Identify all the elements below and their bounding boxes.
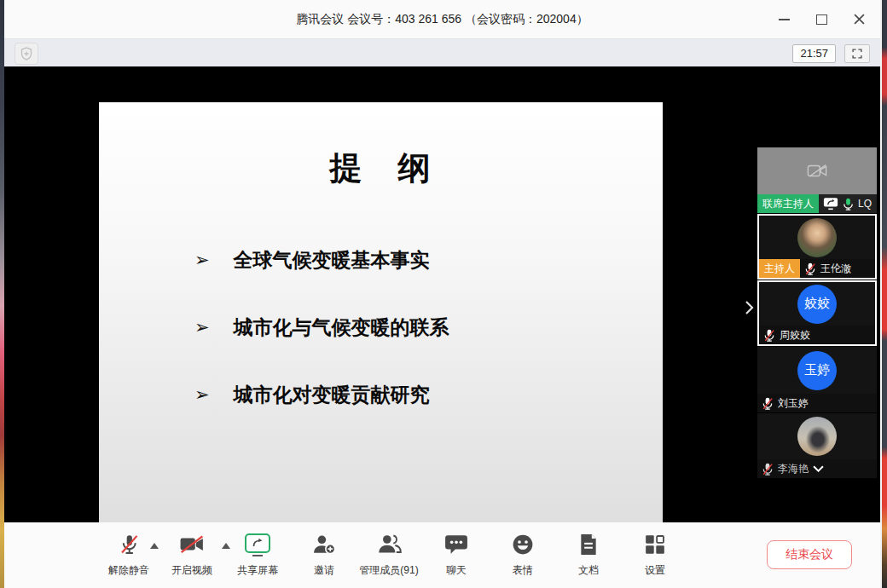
toolbar-label: 解除静音 — [108, 563, 149, 578]
toolbar-label: 聊天 — [446, 563, 467, 578]
participant-name: 王伦澈 — [820, 259, 851, 278]
mic-muted-icon — [118, 533, 141, 556]
fullscreen-icon — [851, 48, 863, 60]
participants-panel: 联席主持人 LQ — [757, 147, 877, 479]
participant-tile-lq[interactable]: 联席主持人 LQ — [757, 147, 877, 213]
avatar-initials: 姣姣 — [797, 285, 837, 324]
slide-bullet-2: ➢ 城市化与气候变暖的联系 — [194, 314, 663, 341]
avatar-photo — [797, 218, 837, 257]
participant-name: 周姣姣 — [780, 326, 810, 344]
video-area — [757, 413, 877, 459]
chevron-right-icon — [745, 300, 754, 315]
mic-muted-icon — [804, 262, 816, 275]
participant-status-icons — [757, 394, 778, 412]
participant-tile-lihaiyan[interactable]: 李海艳 — [757, 413, 877, 478]
mic-muted-icon — [763, 329, 775, 342]
video-area: 玉婷 — [757, 347, 877, 394]
fullscreen-button[interactable] — [844, 44, 870, 63]
video-options-caret[interactable] — [222, 543, 230, 549]
participant-label: 周姣姣 — [759, 326, 875, 344]
cohost-badge: 联席主持人 — [757, 194, 819, 213]
participant-label: 主持人 王伦澈 — [759, 259, 875, 278]
mic-active-icon — [843, 198, 854, 210]
invite-button[interactable]: 邀请 — [312, 532, 336, 578]
start-video-button[interactable]: 开启视频 — [171, 532, 212, 578]
close-icon — [854, 14, 865, 25]
desktop-wallpaper-right-strip — [882, 0, 887, 588]
avatar-photo — [797, 417, 837, 456]
bullet-arrow-icon: ➢ — [194, 314, 210, 341]
participant-status-icons — [757, 459, 778, 478]
invite-person-icon — [312, 533, 336, 556]
toolbar-label: 文档 — [578, 563, 599, 578]
collapse-panel-button[interactable] — [739, 297, 758, 319]
bullet-text: 全球气候变暖基本事实 — [234, 246, 430, 274]
participant-name: LQ — [858, 194, 872, 213]
participant-tile-liuyuting[interactable]: 玉婷 刘玉婷 — [757, 347, 877, 412]
unmute-button[interactable]: 解除静音 — [108, 532, 149, 578]
participant-name: 李海艳 — [778, 459, 809, 478]
participant-tile-wanglunche[interactable]: 主持人 王伦澈 — [757, 214, 877, 280]
statusbar-right: 21:57 — [792, 44, 870, 63]
screen-sharing-icon — [823, 197, 838, 210]
participant-tile-zhoujiaojiao[interactable]: 姣姣 周姣姣 — [757, 280, 877, 346]
bullet-text: 城市化与气候变暖的联系 — [234, 314, 449, 341]
toolbar-label: 邀请 — [314, 563, 334, 578]
minimize-button[interactable] — [771, 8, 797, 32]
mic-options-caret[interactable] — [150, 543, 159, 549]
titlebar: 腾讯会议 会议号：403 261 656 （会议密码：202004） — [4, 0, 880, 38]
participant-status-icons — [800, 259, 820, 278]
share-screen-button[interactable]: 共享屏幕 — [237, 532, 278, 578]
window-controls — [771, 0, 872, 38]
slide-bullet-3: ➢ 城市化对变暖贡献研究 — [194, 381, 663, 408]
host-badge: 主持人 — [759, 259, 800, 278]
video-area — [759, 216, 875, 259]
camera-muted-icon — [179, 534, 205, 555]
mic-muted-icon — [762, 463, 774, 476]
participant-name: 刘玉婷 — [778, 394, 809, 412]
toolbar-label: 表情 — [513, 563, 533, 578]
participant-status-icons — [759, 326, 780, 344]
camera-off-icon — [807, 163, 827, 179]
participant-label: 李海艳 — [757, 459, 877, 478]
slide-bullet-1: ➢ 全球气候变暖基本事实 — [194, 246, 663, 274]
slide-bullets: ➢ 全球气候变暖基本事实 ➢ 城市化与气候变暖的联系 ➢ 城市化对变暖贡献研究 — [99, 246, 663, 408]
members-icon — [376, 533, 402, 556]
participant-status-icons — [819, 194, 858, 213]
expand-wrap — [809, 459, 828, 478]
maximize-button[interactable] — [809, 8, 834, 32]
manage-members-button[interactable]: 管理成员(91) — [359, 532, 418, 578]
shared-slide: 提 纲 ➢ 全球气候变暖基本事实 ➢ 城市化与气候变暖的联系 ➢ 城市化对变暖贡… — [99, 102, 663, 522]
chat-bubble-icon — [444, 533, 468, 556]
docs-button[interactable]: 文档 — [578, 532, 599, 578]
window-title: 腾讯会议 会议号：403 261 656 （会议密码：202004） — [4, 0, 880, 38]
end-meeting-button[interactable]: 结束会议 — [767, 540, 852, 569]
emoji-button[interactable]: 表情 — [512, 532, 534, 578]
bullet-arrow-icon: ➢ — [194, 246, 210, 274]
participant-label: 刘玉婷 — [757, 394, 877, 412]
share-screen-icon — [245, 533, 270, 556]
settings-grid-icon — [644, 533, 666, 556]
statusbar: 21:57 — [4, 38, 880, 67]
minimize-icon — [779, 19, 790, 20]
participant-label: 联席主持人 LQ — [757, 194, 877, 213]
meeting-window: 腾讯会议 会议号：403 261 656 （会议密码：202004） 21:57 — [4, 0, 882, 588]
avatar-initials: 玉婷 — [797, 351, 837, 390]
mic-muted-icon — [762, 397, 774, 410]
toolbar-label: 共享屏幕 — [237, 563, 278, 578]
shield-icon — [20, 47, 32, 61]
toolbar-label: 设置 — [645, 563, 665, 578]
video-area — [757, 147, 877, 194]
bullet-text: 城市化对变暖贡献研究 — [234, 381, 430, 408]
chevron-down-icon[interactable] — [813, 465, 824, 472]
meeting-timer: 21:57 — [792, 44, 836, 63]
smiley-icon — [512, 533, 534, 556]
maximize-icon — [816, 14, 827, 25]
settings-button[interactable]: 设置 — [644, 532, 666, 578]
close-button[interactable] — [846, 8, 872, 32]
document-icon — [579, 533, 598, 556]
bullet-arrow-icon: ➢ — [194, 381, 210, 408]
chat-button[interactable]: 聊天 — [444, 532, 468, 578]
video-area: 姣姣 — [759, 282, 875, 326]
security-shield-button[interactable] — [14, 43, 38, 65]
